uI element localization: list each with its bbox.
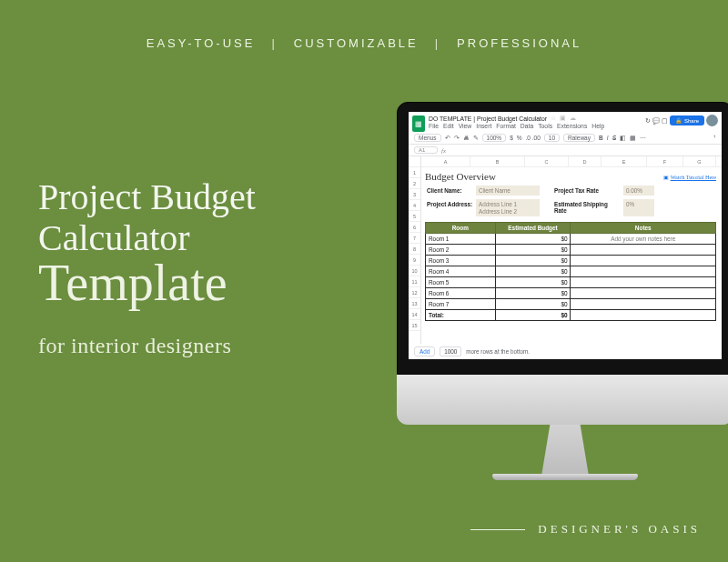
client-name-value[interactable]: Client Name: [476, 186, 540, 196]
meet-icon[interactable]: ▢: [662, 117, 668, 125]
cell-budget[interactable]: $0: [495, 234, 571, 245]
cell-room[interactable]: Room 7: [426, 299, 496, 310]
col-header[interactable]: E: [602, 156, 647, 166]
address-value[interactable]: Address Line 1 Address Line 2: [476, 199, 540, 216]
row-headers: 1 2 3 4 5 6 7 8 9 10 11 12 13 14: [409, 156, 421, 344]
cell-room[interactable]: Room 2: [426, 245, 496, 256]
cell-budget[interactable]: $0: [495, 299, 571, 310]
borders-icon[interactable]: ▦: [630, 135, 636, 142]
cell-note[interactable]: [571, 288, 716, 299]
menu-file[interactable]: File: [429, 123, 439, 129]
brand-text: DESIGNER'S OASIS: [538, 522, 701, 537]
col-header[interactable]: A: [421, 156, 470, 166]
paint-format-icon[interactable]: ✎: [473, 135, 479, 142]
row-header[interactable]: 14: [409, 309, 420, 320]
grid-content[interactable]: A B C D E F G Budget Overview Watch Tuto…: [421, 156, 722, 344]
print-icon[interactable]: 🖶: [463, 135, 470, 141]
row-header[interactable]: 4: [409, 200, 420, 211]
row-header[interactable]: 10: [409, 266, 420, 276]
col-header[interactable]: B: [470, 156, 525, 166]
strike-icon[interactable]: S̶: [612, 135, 616, 142]
row-header[interactable]: 1: [409, 167, 420, 178]
name-box[interactable]: A1: [414, 146, 438, 154]
sheets-logo-icon[interactable]: [412, 115, 425, 132]
shipping-value[interactable]: 0%: [623, 199, 654, 216]
row-header[interactable]: 15: [409, 320, 420, 331]
zoom-select[interactable]: 100%: [482, 134, 507, 142]
tagline-sep-1: |: [271, 36, 277, 50]
menu-tools[interactable]: Tools: [538, 123, 552, 129]
cloud-status-icon: ☁: [570, 115, 576, 122]
cell-note[interactable]: [571, 299, 716, 310]
more-icon[interactable]: ⋯: [640, 135, 646, 142]
italic-icon[interactable]: I: [607, 135, 609, 141]
currency-format[interactable]: $: [510, 135, 513, 141]
move-folder-icon[interactable]: ▣: [560, 115, 566, 122]
menu-data[interactable]: Data: [521, 123, 533, 129]
decimals-format[interactable]: .0 .00: [526, 135, 541, 141]
font-family[interactable]: Raleway: [563, 134, 595, 142]
cell-budget[interactable]: $0: [495, 277, 571, 288]
cell-note[interactable]: [571, 277, 716, 288]
row-header[interactable]: 13: [409, 298, 420, 309]
add-rows-count[interactable]: 1000: [440, 346, 461, 356]
tax-rate-value[interactable]: 0.00%: [623, 186, 654, 196]
watch-tutorial-link[interactable]: Watch Tutorial Here: [663, 174, 716, 180]
bold-icon[interactable]: B: [599, 135, 603, 141]
cell-room[interactable]: Room 1: [426, 234, 496, 245]
address-label: Project Address:: [425, 199, 476, 216]
menu-help[interactable]: Help: [592, 123, 604, 129]
cell-budget[interactable]: $0: [495, 256, 571, 266]
col-header[interactable]: D: [569, 156, 602, 166]
cell-room[interactable]: Room 6: [426, 288, 496, 299]
menu-view[interactable]: View: [459, 123, 472, 129]
cell-room[interactable]: Room 5: [426, 277, 496, 288]
fill-color-icon[interactable]: ◧: [620, 135, 626, 142]
toolbar-collapse-icon[interactable]: ꜛ: [713, 135, 716, 142]
row-header[interactable]: 3: [409, 189, 420, 200]
cell-note[interactable]: [571, 256, 716, 266]
menu-format[interactable]: Format: [496, 123, 516, 129]
cell-note[interactable]: [571, 266, 716, 277]
menu-edit[interactable]: Edit: [443, 123, 454, 129]
redo-icon[interactable]: ↷: [454, 135, 460, 142]
row-header[interactable]: 11: [409, 276, 420, 287]
menu-extensions[interactable]: Extensions: [557, 123, 587, 129]
cell-note[interactable]: Add your own notes here: [571, 234, 716, 245]
history-icon[interactable]: ↻: [645, 117, 651, 125]
tagline-3: PROFESSIONAL: [457, 36, 581, 50]
undo-icon[interactable]: ↶: [445, 135, 450, 142]
tagline-2: CUSTOMIZABLE: [294, 36, 419, 50]
font-size[interactable]: 10: [544, 134, 560, 142]
row-header[interactable]: 2: [409, 178, 420, 189]
star-icon[interactable]: ☆: [551, 115, 556, 122]
comments-icon[interactable]: 💬: [652, 117, 660, 125]
row-header[interactable]: 7: [409, 233, 420, 244]
col-headers: A B C D E F G: [421, 156, 722, 167]
row-header[interactable]: 9: [409, 255, 420, 266]
add-rows-button[interactable]: Add: [414, 346, 435, 356]
menus-toggle[interactable]: Menus: [414, 134, 441, 142]
formula-input[interactable]: [450, 150, 716, 151]
row-header[interactable]: 6: [409, 222, 420, 233]
budget-table: Room Estimated Budget Notes Room 1$0Add …: [425, 222, 716, 321]
row-header[interactable]: 12: [409, 287, 420, 298]
cell-budget[interactable]: $0: [495, 266, 571, 277]
row-header[interactable]: 5: [409, 211, 420, 222]
percent-format[interactable]: %: [517, 135, 522, 141]
cell-budget[interactable]: $0: [495, 245, 571, 256]
cell-budget[interactable]: $0: [495, 288, 571, 299]
doc-title[interactable]: DO TEMPLATE | Project Budget Calculator: [429, 115, 547, 122]
row-header[interactable]: 8: [409, 244, 420, 255]
col-header[interactable]: G: [683, 156, 716, 166]
share-button[interactable]: 🔒Share: [670, 115, 704, 125]
cell-note[interactable]: [571, 245, 716, 256]
menu-insert[interactable]: Insert: [476, 123, 491, 129]
cell-room[interactable]: Room 4: [426, 266, 496, 277]
col-header[interactable]: C: [525, 156, 569, 166]
th-budget: Estimated Budget: [495, 223, 571, 234]
cell-room[interactable]: Room 3: [426, 256, 496, 266]
col-header[interactable]: F: [647, 156, 683, 166]
account-avatar[interactable]: [706, 115, 718, 126]
select-all-corner[interactable]: [409, 156, 420, 167]
